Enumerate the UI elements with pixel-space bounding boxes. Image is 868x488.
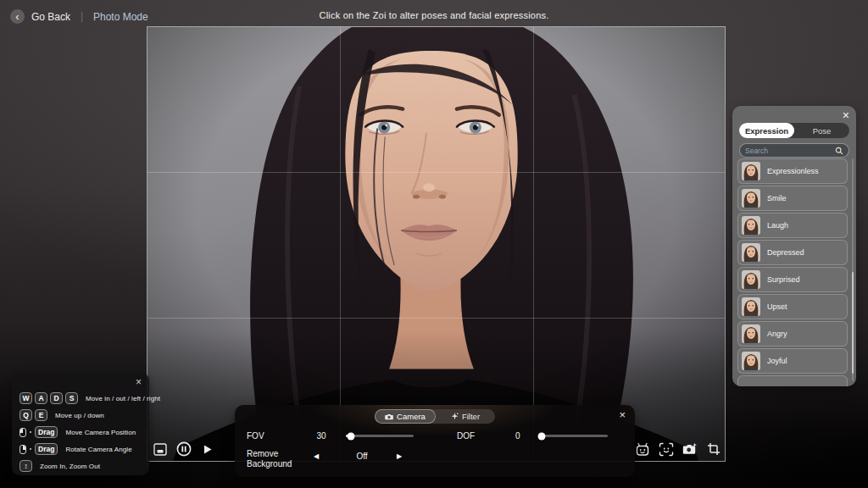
remove-background-prev-icon[interactable]: ◀	[314, 452, 319, 460]
photo-mode-screen: ‹ Go Back | Photo Mode Click on the Zoi …	[0, 0, 868, 488]
mouse-left-button-icon	[19, 428, 26, 437]
tab-camera-label: Camera	[397, 412, 426, 421]
expression-item[interactable]: Laugh	[737, 213, 848, 238]
fov-label: FOV	[247, 431, 264, 441]
expression-item[interactable]: Depressed	[737, 240, 848, 265]
shortcut-label: Move Camera Position	[65, 429, 136, 436]
playback-toolbar	[152, 441, 216, 458]
expression-panel: × Expression Pose ExpressionlessSmileLau…	[732, 106, 856, 386]
dof-slider[interactable]	[540, 435, 608, 437]
mouse-right-button-icon	[19, 445, 26, 454]
expression-item[interactable]: Upset	[737, 294, 848, 319]
expression-thumbnail	[742, 270, 760, 289]
dof-value: 0	[515, 431, 520, 441]
fov-row: FOV 30	[247, 431, 414, 441]
fov-slider[interactable]	[346, 435, 414, 437]
expression-item-label: Laugh	[767, 221, 788, 230]
expression-thumbnail	[742, 297, 760, 316]
grid-line-horizontal-1	[147, 172, 725, 173]
top-bar: ‹ Go Back | Photo Mode Click on the Zoi …	[0, 0, 868, 27]
expression-thumbnail	[742, 352, 760, 370]
expression-thumbnail	[742, 216, 760, 235]
remove-background-value: Off	[337, 452, 387, 461]
shortcut-row: QEMove up / down	[19, 407, 146, 424]
tab-filter-label: Filter	[462, 412, 480, 421]
expression-list: ExpressionlessSmileLaughDepressedSurpris…	[737, 158, 848, 386]
expression-pose-tabs: Expression Pose	[739, 123, 849, 138]
shortcut-row: DragRotate Camera Angle	[19, 441, 146, 458]
key-chip: ↕	[19, 460, 32, 472]
dot-separator	[30, 448, 31, 450]
camera-filter-tabs: Camera Filter	[375, 409, 495, 424]
shortcut-row: DragMove Camera Position	[19, 424, 146, 441]
shortcut-label: Move up / down	[55, 412, 104, 419]
tab-camera[interactable]: Camera	[375, 409, 436, 424]
shortcut-label: Rotate Camera Angle	[65, 446, 131, 453]
crop-icon[interactable]	[705, 441, 722, 458]
tab-pose[interactable]: Pose	[794, 123, 849, 138]
grid-line-horizontal-2	[147, 318, 725, 319]
search-icon	[835, 147, 843, 155]
key-chip: D	[50, 392, 63, 404]
expression-thumbnail	[742, 243, 760, 262]
search-box[interactable]	[739, 143, 849, 158]
expression-item-label: Angry	[767, 330, 787, 338]
grid-line-vertical-2	[533, 27, 534, 461]
key-chip: S	[65, 392, 78, 404]
expression-item[interactable]: Smile	[737, 186, 848, 211]
play-icon[interactable]	[199, 441, 216, 458]
zoi-portrait[interactable]	[147, 27, 725, 461]
shortcut-rows: WADSMove in / out / left / rightQEMove u…	[19, 390, 146, 474]
expression-item[interactable]: Angry	[737, 321, 848, 347]
shortcut-label: Zoom In, Zoom Out	[40, 463, 100, 470]
expression-item-label: Expressionless	[767, 167, 819, 175]
expression-thumbnail	[742, 162, 760, 180]
shortcut-row: WADSMove in / out / left / right	[19, 390, 146, 407]
expression-item-label: Upset	[767, 302, 787, 311]
camera-icon	[385, 413, 393, 420]
shortcut-label: Move in / out / left / right	[86, 395, 160, 402]
expression-item[interactable]: Expressionless	[737, 158, 848, 184]
expression-item-label: Smile	[767, 194, 787, 202]
grid-line-vertical-1	[340, 27, 341, 461]
hint-text: Click on the Zoi to alter poses and faci…	[0, 10, 868, 20]
key-chip: E	[35, 409, 47, 421]
tab-expression[interactable]: Expression	[739, 123, 794, 138]
expression-item-partial[interactable]	[737, 375, 848, 386]
key-chip: Drag	[35, 426, 58, 438]
search-input[interactable]	[745, 147, 835, 155]
close-icon[interactable]: ×	[619, 408, 626, 421]
key-chip: Q	[19, 409, 32, 421]
tab-filter[interactable]: Filter	[436, 409, 495, 424]
pause-icon[interactable]	[175, 441, 192, 458]
dof-row: DOF 0	[457, 431, 608, 441]
face-scan-icon[interactable]	[658, 441, 675, 458]
snapshot-icon[interactable]	[152, 441, 169, 458]
camera-effect-icon[interactable]	[682, 441, 698, 458]
camera-viewport	[147, 26, 726, 462]
key-chip: W	[19, 392, 32, 404]
dot-separator	[30, 431, 31, 433]
key-chip: Drag	[35, 443, 58, 455]
expression-item-label: Surprised	[767, 275, 800, 284]
shortcut-row: ↕Zoom In, Zoom Out	[19, 458, 146, 474]
filter-wand-icon	[451, 413, 459, 420]
expression-item[interactable]: Joyful	[737, 348, 848, 374]
expression-thumbnail	[742, 189, 760, 208]
close-icon[interactable]: ×	[843, 108, 849, 123]
expression-thumbnail	[742, 324, 760, 343]
dof-label: DOF	[457, 431, 475, 441]
expression-item-label: Depressed	[767, 248, 804, 257]
fov-value: 30	[317, 431, 326, 441]
remove-background-label: Remove Background	[247, 449, 306, 469]
capture-toolbar	[634, 441, 722, 458]
zoi-face-icon[interactable]	[634, 441, 651, 458]
expression-item[interactable]: Surprised	[737, 267, 848, 292]
scrollbar-thumb[interactable]	[852, 272, 854, 374]
camera-shortcuts-panel: × WADSMove in / out / left / rightQEMove…	[12, 373, 149, 475]
camera-settings-panel: × Camera Filter FOV 30	[235, 405, 635, 477]
key-chip: A	[35, 392, 47, 404]
close-icon[interactable]: ×	[136, 376, 142, 388]
expression-item-label: Joyful	[767, 357, 787, 365]
remove-background-next-icon[interactable]: ▶	[397, 452, 402, 460]
